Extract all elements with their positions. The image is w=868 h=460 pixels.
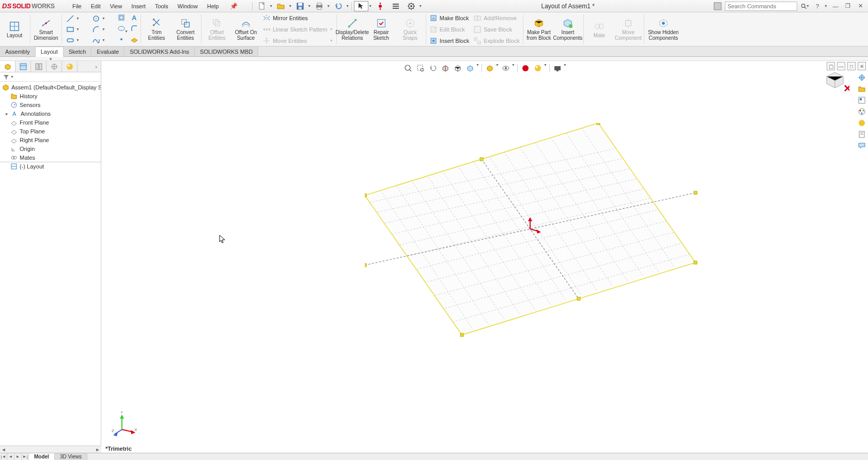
last-tab-icon[interactable]: ►| (22, 453, 29, 460)
new-button[interactable] (255, 1, 269, 11)
dropdown-icon[interactable]: ▼ (495, 63, 499, 73)
vp-maximize-icon[interactable]: □ (847, 62, 856, 70)
dropdown-icon[interactable]: ▼ (307, 4, 311, 8)
offset-on-surface-tool[interactable]: Offset On Surface (231, 12, 260, 46)
sidebar-hscroll[interactable]: ◄► (0, 446, 101, 453)
dropdown-icon[interactable]: ▼ (102, 24, 105, 35)
tree-item-history[interactable]: History (0, 91, 101, 100)
fillet-tool[interactable] (130, 24, 138, 34)
dropdown-icon[interactable]: ▼ (544, 63, 547, 73)
spline-tool[interactable] (90, 35, 102, 45)
plane-tool[interactable] (130, 35, 138, 45)
tab-layout[interactable]: Layout (36, 47, 64, 57)
tree-root[interactable]: Assem1 (Default<Default_Display State-1 (0, 83, 101, 91)
cancel-sketch-icon[interactable]: ✕ (843, 83, 849, 93)
save-button[interactable] (293, 1, 307, 11)
menu-window[interactable]: Window (174, 1, 202, 11)
undo-button[interactable] (331, 1, 346, 11)
tab-mbd[interactable]: SOLIDWORKS MBD (195, 47, 258, 56)
edit-appearance-icon[interactable] (520, 63, 531, 73)
search-dropdown[interactable]: ▼ (800, 2, 810, 11)
dynamic-view-icon[interactable] (452, 63, 463, 73)
layout-tool[interactable]: Layout (0, 12, 29, 46)
first-tab-icon[interactable]: |◄ (0, 453, 7, 460)
mirror-entities-tool[interactable]: Mirror Entities (262, 13, 333, 23)
dropdown-icon[interactable]: ▼ (288, 4, 292, 8)
config-manager-tab[interactable] (31, 61, 47, 72)
tree-item-annotations[interactable]: ▸AAnnotations (0, 109, 101, 118)
view-settings-icon[interactable] (552, 63, 563, 73)
dropdown-icon[interactable]: ▼ (476, 63, 479, 73)
dropdown-icon[interactable]: ▼ (419, 4, 422, 8)
slot-tool[interactable] (64, 35, 76, 45)
vp-restore-icon[interactable]: ▢ (827, 62, 835, 70)
tab-evaluate[interactable]: Evaluate (91, 47, 125, 56)
help-button[interactable]: ? (813, 2, 822, 11)
view-orientation-icon[interactable] (464, 63, 476, 73)
menu-help[interactable]: Help (203, 1, 223, 11)
tree-item-top-plane[interactable]: Top Plane (0, 127, 101, 135)
apply-scene-icon[interactable] (532, 63, 544, 73)
menu-file[interactable]: File (68, 1, 86, 11)
tree-item-mates[interactable]: Mates (0, 153, 101, 162)
search-box[interactable] (725, 2, 797, 11)
next-tab-icon[interactable]: ► (14, 453, 22, 460)
tree-item-layout[interactable]: (-) Layout (0, 162, 101, 171)
vp-minimize-icon[interactable]: — (837, 62, 845, 70)
menu-view[interactable]: View (106, 1, 127, 11)
design-library-tab-icon[interactable] (857, 84, 867, 94)
insert-components-tool[interactable]: Insert Components (553, 12, 582, 46)
text-tool[interactable]: A (130, 13, 138, 23)
line-tool[interactable] (64, 13, 76, 24)
menu-tools[interactable]: Tools (151, 1, 173, 11)
pin-icon[interactable]: 📌 (227, 2, 241, 11)
view-palette-tab-icon[interactable] (857, 106, 867, 117)
dropdown-icon[interactable]: ▼ (563, 63, 567, 73)
dropdown-icon[interactable]: ▼ (102, 35, 105, 45)
minimize-button[interactable]: — (831, 2, 840, 11)
orientation-triad[interactable]: Y X Z (112, 411, 137, 437)
dropdown-icon[interactable]: ▼ (346, 4, 349, 8)
search-input[interactable] (725, 3, 797, 9)
tree-item-front-plane[interactable]: Front Plane (0, 118, 101, 127)
open-button[interactable] (274, 1, 288, 11)
circle-tool[interactable] (90, 13, 102, 24)
dropdown-icon[interactable]: ▼ (269, 4, 273, 8)
convert-entities-tool[interactable]: Convert Entities (171, 12, 200, 46)
dropdown-icon[interactable]: ▼ (76, 13, 80, 24)
dropdown-icon[interactable]: ▼ (327, 4, 330, 8)
select-button[interactable] (354, 1, 368, 11)
dropdown-icon[interactable]: ▼ (368, 4, 372, 8)
trim-entities-tool[interactable]: Trim Entities (142, 12, 171, 46)
smart-dimension-tool[interactable]: Smart Dimension (32, 12, 60, 46)
bottom-tab-3dviews[interactable]: 3D Views (55, 453, 87, 460)
panel-expand-icon[interactable]: › (91, 61, 101, 72)
tab-sketch[interactable]: Sketch (64, 47, 92, 56)
rebuild-button[interactable] (373, 1, 388, 11)
display-manager-tab[interactable] (62, 61, 78, 72)
tree-item-origin[interactable]: Origin (0, 144, 101, 153)
vp-close-icon[interactable]: ✕ (858, 62, 866, 70)
tree-item-sensors[interactable]: Sensors (0, 100, 101, 109)
appearances-tab-icon[interactable] (857, 118, 867, 128)
tab-assembly[interactable]: Assembly (0, 47, 36, 56)
hide-show-icon[interactable] (500, 63, 512, 73)
display-delete-relations-tool[interactable]: Display/Delete Relations (338, 12, 367, 46)
make-part-from-block-tool[interactable]: Make Part from Block (524, 12, 553, 46)
menu-edit[interactable]: Edit (87, 1, 105, 11)
file-explorer-tab-icon[interactable] (857, 95, 867, 105)
tree-filter-bar[interactable]: ▼ (0, 72, 101, 82)
dropdown-icon[interactable]: ▼ (76, 24, 80, 35)
rect-tool[interactable] (64, 24, 76, 35)
menu-insert[interactable]: Insert (127, 1, 150, 11)
dropdown-icon[interactable]: ▼ (824, 4, 828, 8)
zoom-area-icon[interactable] (415, 63, 426, 73)
settings-button[interactable] (404, 1, 419, 11)
zoom-fit-icon[interactable] (402, 63, 414, 73)
bottom-tab-model[interactable]: Model (29, 453, 55, 460)
dropdown-icon[interactable]: ▼ (76, 35, 80, 45)
dropdown-icon[interactable]: ▼ (102, 13, 105, 24)
feature-tree-tab[interactable] (0, 61, 16, 72)
restore-button[interactable]: ❐ (843, 2, 853, 11)
dimxpert-tab[interactable] (47, 61, 62, 72)
